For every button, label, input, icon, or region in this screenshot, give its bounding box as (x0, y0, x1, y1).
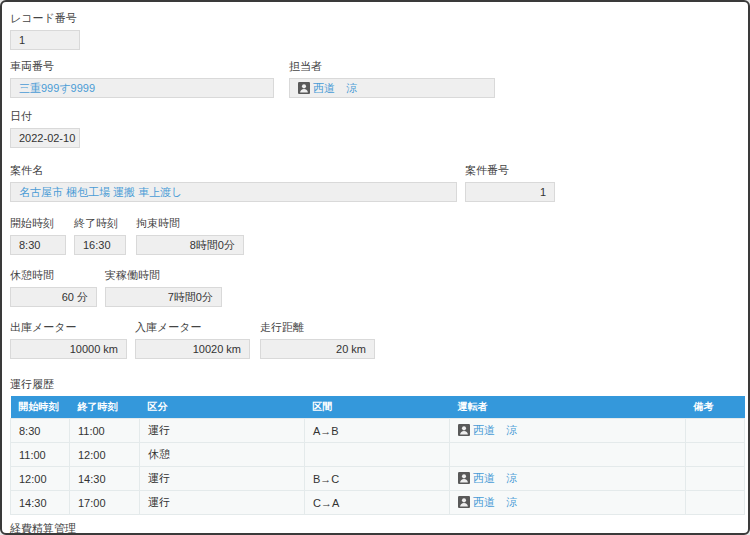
assignee-group: 担当者 西道 涼 (289, 59, 495, 98)
date-label: 日付 (10, 109, 80, 124)
departure-meter-field: 10000 km (10, 339, 127, 359)
history-cell-end-time: 14:30 (70, 467, 140, 491)
departure-meter-label: 出庫メーター (10, 320, 127, 335)
history-col-section: 区間 (305, 396, 450, 419)
history-table: 開始時刻 終了時刻 区分 区間 運転者 備考 8:3011:00運行A→B西道 … (10, 396, 745, 515)
history-table-body: 8:3011:00運行A→B西道 涼11:0012:00休憩12:0014:30… (11, 419, 745, 515)
history-cell-section: C→A (305, 491, 450, 515)
mileage-label: 走行距離 (260, 320, 375, 335)
date-field: 2022-02-10 (10, 128, 80, 148)
start-time-group: 開始時刻 8:30 (10, 216, 66, 255)
user-icon (458, 472, 470, 484)
history-section-title: 運行履歴 (10, 377, 740, 392)
start-time-field: 8:30 (10, 235, 66, 255)
actual-work-time-field: 7時間0分 (105, 287, 222, 307)
project-number-field: 1 (465, 182, 555, 202)
restraint-time-group: 拘束時間 8時間0分 (136, 216, 244, 255)
record-number-group: レコード番号 1 (10, 11, 80, 50)
vehicle-number-field: 三重999す9999 (10, 78, 274, 98)
end-time-label: 終了時刻 (74, 216, 126, 231)
history-cell-start-time: 14:30 (11, 491, 70, 515)
history-col-start-time: 開始時刻 (11, 396, 70, 419)
end-time-field: 16:30 (74, 235, 126, 255)
start-time-value: 8:30 (19, 239, 40, 251)
mileage-value: 20 km (336, 343, 366, 355)
break-time-group: 休憩時間 60 分 (10, 268, 97, 307)
history-cell-section (305, 443, 450, 467)
vehicle-number-label: 車両番号 (10, 59, 274, 74)
actual-work-time-label: 実稼働時間 (105, 268, 222, 283)
project-name-label: 案件名 (10, 163, 457, 178)
user-icon (298, 82, 310, 94)
actual-work-time-group: 実稼働時間 7時間0分 (105, 268, 222, 307)
mileage-group: 走行距離 20 km (260, 320, 375, 359)
project-name-field: 名古屋市 梱包工場 運搬 車上渡し (10, 182, 457, 202)
history-cell-driver: 西道 涼 (450, 491, 686, 515)
history-col-category: 区分 (140, 396, 305, 419)
history-cell-start-time: 12:00 (11, 467, 70, 491)
user-icon (458, 424, 470, 436)
history-cell-note (686, 467, 745, 491)
assignee-label: 担当者 (289, 59, 495, 74)
history-cell-end-time: 11:00 (70, 419, 140, 443)
start-time-label: 開始時刻 (10, 216, 66, 231)
history-cell-category: 運行 (140, 467, 305, 491)
history-row: 11:0012:00休憩 (11, 443, 745, 467)
history-cell-note (686, 491, 745, 515)
project-number-value: 1 (540, 186, 546, 198)
history-cell-section: A→B (305, 419, 450, 443)
departure-meter-value: 10000 km (70, 343, 118, 355)
break-time-label: 休憩時間 (10, 268, 97, 283)
history-cell-category: 休憩 (140, 443, 305, 467)
return-meter-group: 入庫メーター 10020 km (135, 320, 250, 359)
history-row: 14:3017:00運行C→A西道 涼 (11, 491, 745, 515)
driver-link[interactable]: 西道 涼 (473, 424, 517, 436)
project-number-label: 案件番号 (465, 163, 555, 178)
history-cell-start-time: 11:00 (11, 443, 70, 467)
user-icon (458, 496, 470, 508)
restraint-time-label: 拘束時間 (136, 216, 244, 231)
break-time-field: 60 分 (10, 287, 97, 307)
expense-section-title: 経費精算管理 (10, 521, 740, 535)
history-header-row: 開始時刻 終了時刻 区分 区間 運転者 備考 (11, 396, 745, 419)
end-time-group: 終了時刻 16:30 (74, 216, 126, 255)
history-cell-note (686, 419, 745, 443)
record-number-value: 1 (19, 34, 25, 46)
assignee-link[interactable]: 西道 涼 (313, 82, 357, 94)
history-cell-end-time: 12:00 (70, 443, 140, 467)
record-detail-page: レコード番号 1 車両番号 三重999す9999 担当者 西道 涼 日付 202… (0, 0, 750, 535)
restraint-time-value: 8時間0分 (190, 239, 235, 251)
record-number-label: レコード番号 (10, 11, 80, 26)
driver-link[interactable]: 西道 涼 (473, 496, 517, 508)
departure-meter-group: 出庫メーター 10000 km (10, 320, 127, 359)
history-col-end-time: 終了時刻 (70, 396, 140, 419)
date-value: 2022-02-10 (19, 132, 75, 144)
history-cell-driver (450, 443, 686, 467)
driver-link[interactable]: 西道 涼 (473, 472, 517, 484)
date-group: 日付 2022-02-10 (10, 109, 80, 148)
mileage-field: 20 km (260, 339, 375, 359)
return-meter-value: 10020 km (193, 343, 241, 355)
project-name-group: 案件名 名古屋市 梱包工場 運搬 車上渡し (10, 163, 457, 202)
history-cell-category: 運行 (140, 419, 305, 443)
history-row: 8:3011:00運行A→B西道 涼 (11, 419, 745, 443)
history-cell-start-time: 8:30 (11, 419, 70, 443)
return-meter-label: 入庫メーター (135, 320, 250, 335)
history-col-note: 備考 (686, 396, 745, 419)
vehicle-number-link[interactable]: 三重999す9999 (19, 82, 95, 94)
history-row: 12:0014:30運行B→C西道 涼 (11, 467, 745, 491)
history-cell-note (686, 443, 745, 467)
return-meter-field: 10020 km (135, 339, 250, 359)
history-cell-end-time: 17:00 (70, 491, 140, 515)
break-time-value: 60 分 (62, 291, 88, 303)
project-number-group: 案件番号 1 (465, 163, 555, 202)
restraint-time-field: 8時間0分 (136, 235, 244, 255)
end-time-value: 16:30 (83, 239, 111, 251)
history-cell-driver: 西道 涼 (450, 467, 686, 491)
history-cell-driver: 西道 涼 (450, 419, 686, 443)
actual-work-time-value: 7時間0分 (168, 291, 213, 303)
history-cell-section: B→C (305, 467, 450, 491)
project-name-link[interactable]: 名古屋市 梱包工場 運搬 車上渡し (19, 186, 182, 198)
history-cell-category: 運行 (140, 491, 305, 515)
vehicle-number-group: 車両番号 三重999す9999 (10, 59, 274, 98)
